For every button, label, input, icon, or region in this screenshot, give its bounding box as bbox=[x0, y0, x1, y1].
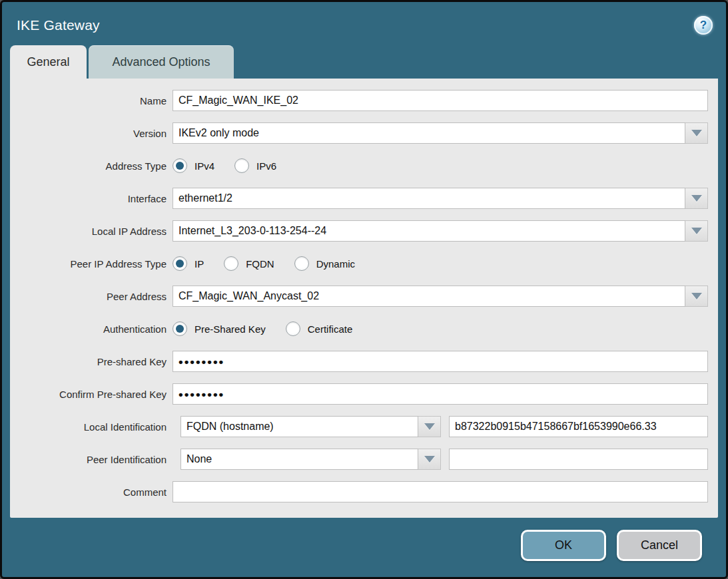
interface-label: Interface bbox=[10, 193, 173, 204]
local-identification-value-input[interactable] bbox=[449, 416, 708, 437]
radio-ip-label: IP bbox=[194, 258, 204, 270]
field-row-version: Version bbox=[10, 122, 708, 144]
field-row-peer-ip-type: Peer IP Address Type IP FQDN Dynamic bbox=[10, 253, 708, 274]
peer-address-dropdown-button[interactable] bbox=[685, 286, 708, 307]
local-identification-label: Local Identification bbox=[10, 421, 173, 433]
field-row-confirm-key: Confirm Pre-shared Key bbox=[10, 383, 708, 405]
dialog-title: IKE Gateway bbox=[17, 17, 100, 33]
field-row-authentication: Authentication Pre-Shared Key Certificat… bbox=[10, 318, 708, 339]
chevron-down-icon bbox=[424, 423, 435, 430]
preshared-key-label: Pre-shared Key bbox=[10, 356, 173, 367]
radio-unselected-icon bbox=[224, 256, 238, 271]
radio-fqdn[interactable]: FQDN bbox=[224, 256, 274, 271]
radio-ip[interactable]: IP bbox=[173, 256, 204, 271]
radio-ipv4[interactable]: IPv4 bbox=[173, 158, 214, 173]
dialog-footer: OK Cancel bbox=[2, 518, 726, 577]
radio-ipv6[interactable]: IPv6 bbox=[234, 158, 276, 173]
interface-input[interactable] bbox=[173, 188, 685, 209]
field-row-address-type: Address Type IPv4 IPv6 bbox=[10, 155, 708, 176]
local-ip-input[interactable] bbox=[173, 220, 685, 242]
chevron-down-icon bbox=[691, 228, 702, 234]
tab-bar: General Advanced Options bbox=[10, 45, 726, 79]
interface-dropdown-button[interactable] bbox=[685, 188, 708, 209]
peer-identification-label: Peer Identification bbox=[10, 454, 173, 465]
radio-selected-icon bbox=[173, 256, 187, 271]
peer-address-label: Peer Address bbox=[10, 291, 173, 302]
field-row-peer-identification: Peer Identification bbox=[10, 449, 708, 470]
comment-label: Comment bbox=[10, 486, 173, 498]
field-row-name: Name bbox=[10, 90, 708, 111]
radio-unselected-icon bbox=[286, 321, 300, 336]
comment-input[interactable] bbox=[173, 481, 708, 502]
chevron-down-icon bbox=[691, 195, 702, 202]
local-identification-type-select[interactable] bbox=[181, 416, 418, 437]
radio-dynamic[interactable]: Dynamic bbox=[294, 256, 355, 271]
field-row-interface: Interface bbox=[10, 188, 708, 209]
local-ip-dropdown-button[interactable] bbox=[685, 220, 708, 242]
chevron-down-icon bbox=[424, 456, 435, 463]
name-label: Name bbox=[10, 95, 173, 106]
field-row-local-ip: Local IP Address bbox=[10, 220, 708, 242]
radio-selected-icon bbox=[173, 158, 187, 173]
cancel-button[interactable]: Cancel bbox=[617, 530, 702, 561]
preshared-key-input[interactable] bbox=[173, 351, 708, 372]
chevron-down-icon bbox=[691, 293, 702, 299]
version-dropdown-button[interactable] bbox=[685, 122, 708, 144]
local-ip-label: Local IP Address bbox=[10, 226, 173, 237]
help-icon[interactable]: ? bbox=[694, 16, 713, 35]
radio-psk-label: Pre-Shared Key bbox=[194, 323, 266, 335]
peer-identification-value-input[interactable] bbox=[449, 449, 708, 470]
version-label: Version bbox=[10, 128, 173, 139]
version-input[interactable] bbox=[173, 122, 685, 144]
field-row-peer-address: Peer Address bbox=[10, 286, 708, 307]
field-row-comment: Comment bbox=[10, 481, 708, 502]
confirm-key-input[interactable] bbox=[173, 383, 708, 405]
peer-ip-type-label: Peer IP Address Type bbox=[10, 258, 173, 270]
field-row-local-identification: Local Identification bbox=[10, 416, 708, 437]
radio-selected-icon bbox=[173, 321, 187, 336]
field-row-preshared-key: Pre-shared Key bbox=[10, 351, 708, 372]
general-tab-panel: Name Version Address Type IPv4 bbox=[10, 79, 718, 518]
radio-unselected-icon bbox=[294, 256, 309, 271]
radio-certificate-label: Certificate bbox=[308, 323, 353, 335]
ike-gateway-dialog: IKE Gateway ? General Advanced Options N… bbox=[0, 0, 728, 579]
confirm-key-label: Confirm Pre-shared Key bbox=[10, 389, 173, 400]
dialog-titlebar: IKE Gateway ? bbox=[2, 2, 726, 45]
radio-pre-shared-key[interactable]: Pre-Shared Key bbox=[173, 321, 266, 336]
radio-fqdn-label: FQDN bbox=[246, 258, 274, 270]
name-input[interactable] bbox=[173, 90, 708, 111]
radio-dynamic-label: Dynamic bbox=[316, 258, 355, 270]
radio-unselected-icon bbox=[234, 158, 249, 173]
address-type-label: Address Type bbox=[10, 160, 173, 172]
peer-address-input[interactable] bbox=[173, 286, 685, 307]
local-identification-dropdown-button[interactable] bbox=[418, 416, 441, 437]
radio-ipv4-label: IPv4 bbox=[194, 160, 214, 172]
tab-general[interactable]: General bbox=[10, 45, 87, 79]
peer-identification-type-select[interactable] bbox=[181, 449, 418, 470]
peer-identification-dropdown-button[interactable] bbox=[418, 449, 441, 470]
tab-advanced-options[interactable]: Advanced Options bbox=[89, 45, 234, 79]
chevron-down-icon bbox=[691, 130, 702, 136]
radio-certificate[interactable]: Certificate bbox=[286, 321, 353, 336]
authentication-label: Authentication bbox=[10, 323, 173, 335]
radio-ipv6-label: IPv6 bbox=[256, 160, 276, 172]
ok-button[interactable]: OK bbox=[521, 530, 606, 561]
